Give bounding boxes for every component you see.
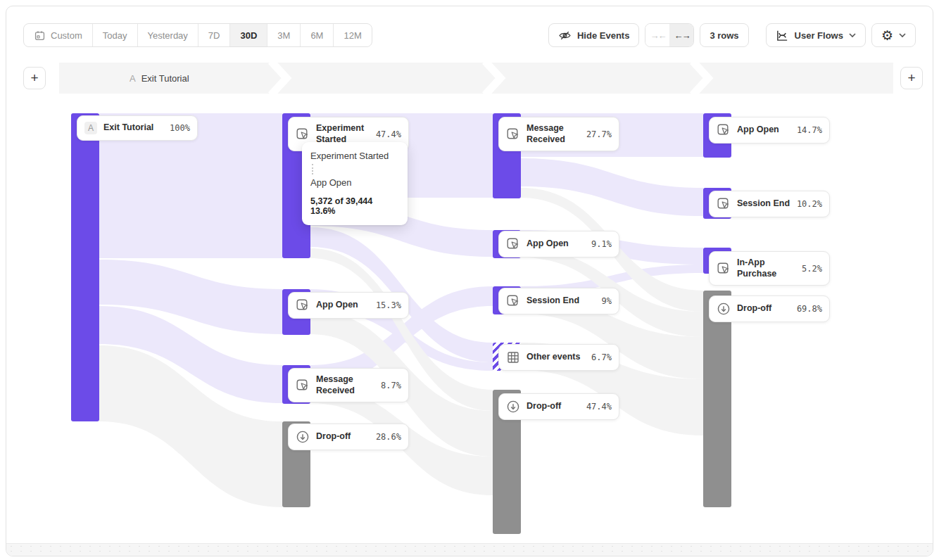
node-label: App Open [737,125,793,136]
settings-menu-button[interactable]: ⚙ [871,23,916,47]
event-cursor-icon [506,127,520,141]
step-chevron-icon [482,63,506,94]
tooltip-from-event: Experiment Started [310,151,399,161]
node-percentage: 69.8% [797,304,822,314]
node-card-in-app-purchase[interactable]: In-App Purchase5.2% [709,251,830,286]
node-percentage: 14.7% [797,125,822,135]
node-label: Drop-off [316,431,372,443]
step-badge: A [130,73,136,84]
rows-button[interactable]: 3 rows [700,23,748,47]
node-card-session-end[interactable]: Session End9% [498,288,619,314]
node-label: Session End [527,295,598,307]
collapse-arrows-icon: →← [650,30,665,41]
date-range-picker: CustomTodayYesterday7D30D3M6M12M [23,23,372,47]
date-range-label: Custom [51,30,82,41]
node-card-drop-off[interactable]: Drop-off28.6% [288,424,409,450]
event-cursor-icon [717,197,731,211]
node-card-app-open[interactable]: App Open15.3% [288,292,409,319]
calendar-icon [34,30,46,42]
node-card-app-open[interactable]: App Open9.1% [498,231,619,257]
node-percentage: 100% [170,123,190,133]
event-cursor-icon [506,294,520,308]
node-percentage: 15.3% [376,300,401,310]
date-range-6m[interactable]: 6M [301,24,334,46]
node-percentage: 8.7% [381,381,401,390]
step-label[interactable]: A Exit Tutorial [130,63,189,94]
node-label: Other events [527,352,587,363]
node-label: Session End [737,198,793,210]
flow-ribbon[interactable] [521,158,703,216]
chevron-down-icon [849,33,856,38]
node-label: App Open [316,300,372,311]
tooltip-connector [312,164,313,174]
hide-events-label: Hide Events [577,30,629,41]
node-label: Message Received [527,123,582,145]
user-flows-app: CustomTodayYesterday7D30D3M6M12M Hide Ev… [6,6,933,556]
node-label: Message Received [316,374,377,396]
event-cursor-icon [717,262,731,276]
date-range-3m[interactable]: 3M [267,24,301,46]
other-events-grid-icon [506,350,520,364]
node-percentage: 9.1% [591,239,612,249]
step-a-badge: A [84,122,97,134]
tooltip-stat: 5,372 of 39,444 13.6% [310,196,399,216]
collapse-columns-button[interactable]: →← [645,24,669,46]
node-percentage: 6.7% [591,352,612,362]
step-name: Exit Tutorial [141,73,189,84]
date-range-7d[interactable]: 7D [198,24,231,46]
node-label: In-App Purchase [737,257,798,279]
expand-columns-button[interactable]: ←→ [669,24,693,46]
sankey-bar-drop-off[interactable] [703,291,731,507]
width-toggle: →← ←→ [645,23,694,47]
node-percentage: 47.4% [586,402,612,412]
date-range-30d[interactable]: 30D [230,24,267,46]
step-chevron-icon [690,63,714,94]
add-step-right-button[interactable]: + [900,67,923,89]
node-card-drop-off[interactable]: Drop-off47.4% [498,393,619,420]
hide-events-button[interactable]: Hide Events [548,23,639,47]
node-card-drop-off[interactable]: Drop-off69.8% [709,295,830,322]
event-cursor-icon [296,298,310,312]
tooltip-to-event: App Open [310,177,399,188]
node-card-other-events[interactable]: Other events6.7% [498,344,619,371]
event-cursor-icon [296,127,310,141]
node-card-session-end[interactable]: Session End10.2% [709,191,830,217]
step-chevron-icon [268,63,292,94]
toolbar: CustomTodayYesterday7D30D3M6M12M Hide Ev… [6,6,933,53]
node-label: App Open [527,238,587,250]
node-card-exit-tutorial[interactable]: AExit Tutorial100% [77,115,198,141]
rows-label: 3 rows [710,30,738,41]
node-percentage: 10.2% [797,199,822,209]
chevron-down-icon [899,33,906,38]
date-range-label: Today [103,30,127,41]
date-range-yesterday[interactable]: Yesterday [138,24,198,46]
view-selector[interactable]: User Flows [766,23,866,47]
node-label: Exit Tutorial [103,122,165,134]
drop-off-icon [506,400,520,414]
date-range-12m[interactable]: 12M [334,24,371,46]
node-card-app-open[interactable]: App Open14.7% [709,117,830,144]
event-cursor-icon [506,237,520,251]
date-range-custom[interactable]: Custom [24,24,93,46]
node-card-message-received[interactable]: Message Received27.7% [498,117,619,151]
footer-strip [6,543,933,556]
node-card-message-received[interactable]: Message Received8.7% [288,368,409,402]
node-percentage: 47.4% [376,129,401,139]
node-label: Drop-off [737,303,793,314]
event-cursor-icon [296,378,310,393]
user-flows-chart-icon [776,29,789,42]
expand-arrows-icon: ←→ [674,30,689,41]
eye-off-icon [558,29,572,42]
drop-off-icon [717,302,731,316]
date-range-label: 6M [310,30,323,41]
node-percentage: 9% [602,296,612,306]
flow-tooltip: Experiment Started App Open 5,372 of 39,… [302,142,408,225]
toolbar-right: Hide Events →← ←→ 3 rows User Flows [548,23,916,47]
flow-step-header: + A Exit Tutorial + [6,63,933,94]
date-range-today[interactable]: Today [93,24,138,46]
date-range-label: 7D [208,30,220,41]
gear-icon: ⚙ [881,29,893,42]
add-step-left-button[interactable]: + [23,67,46,89]
view-selector-label: User Flows [795,30,843,41]
sankey-bar-exit-tutorial[interactable] [71,113,99,421]
